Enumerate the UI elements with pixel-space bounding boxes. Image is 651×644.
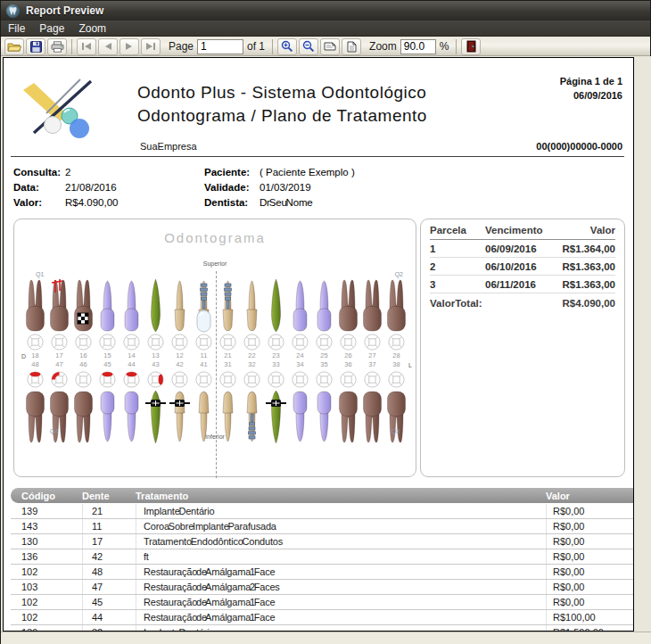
tooth-number: 24 [288, 351, 312, 359]
tooth-upper [360, 277, 384, 334]
treatment-dente: 17 [82, 534, 136, 549]
occlusal-diagram [144, 333, 168, 351]
treatment-valor: R$100,00 [546, 610, 634, 624]
preview-right-margin [635, 56, 651, 644]
occlusal-diagram [384, 333, 408, 351]
parcelas-panel: Parcela Vencimento Valor 106/09/2016R$1.… [420, 219, 625, 477]
treatment-row: 10244Restauração de Amálgama 1 FaceR$100… [11, 610, 634, 625]
treatment-valor: R$1.500,00 [546, 625, 634, 632]
total-label: ValorTotal: [430, 298, 482, 309]
treatment-dente: 11 [82, 519, 136, 533]
occlusal-diagram [95, 333, 119, 351]
occlusal-diagram [168, 370, 192, 388]
occlusal-diagram [23, 370, 47, 388]
window-title: Report Preview [26, 4, 103, 17]
treatment-codigo: 102 [11, 597, 82, 607]
treatment-codigo: 103 [11, 582, 82, 592]
treatment-codigo: 102 [11, 612, 82, 623]
tooth-number: 36 [336, 360, 360, 368]
occlusal-diagram [216, 370, 240, 388]
previous-page-button[interactable] [98, 38, 118, 55]
zoom-in-button[interactable] [277, 38, 297, 55]
tooth-number: 35 [312, 360, 336, 368]
occlusal-diagram [240, 370, 264, 388]
occlusal-diagram [264, 370, 288, 388]
page-input[interactable] [197, 39, 243, 54]
toolbar-separator [456, 39, 457, 54]
tooth-number: 13 [144, 351, 168, 359]
treatment-valor: R$0,00 [546, 595, 634, 609]
parcelas-rows: 106/09/2016R$1.364,00206/10/2016R$1.363,… [430, 240, 615, 293]
exit-button[interactable] [461, 38, 481, 55]
tooth-upper [144, 277, 168, 334]
treatment-row: 10347Restauração de Amálgama 2 FacesR$0,… [11, 580, 634, 595]
landscape-page-button[interactable] [320, 38, 340, 55]
treatment-codigo: 130 [11, 536, 82, 547]
tooth-upper [95, 277, 119, 334]
lower-numbers-row: 48474645444342413132333435363738 [23, 360, 408, 368]
tooth-number: 15 [95, 351, 119, 359]
save-button[interactable] [26, 38, 45, 55]
lower-occlusal-row [23, 370, 408, 388]
tooth-number: 16 [71, 351, 95, 359]
paciente-value: ( Paciente Exemplo ) [260, 167, 355, 178]
dente-col-header: Dente [82, 491, 136, 501]
treatments-table-header: Código Dente Tratamento Valor [11, 488, 634, 503]
tooth-number: 46 [71, 360, 95, 368]
company-name: SuaEmpresa [140, 141, 197, 152]
last-page-button[interactable] [141, 38, 161, 55]
first-page-button[interactable] [77, 38, 96, 55]
percent-label: % [440, 40, 449, 53]
tooth-upper [240, 277, 264, 334]
treatment-row: 13932Implante DentárioR$1.500,00 [11, 625, 634, 632]
printer-icon [51, 41, 64, 53]
odontograma-panel: Odontograma Superior Q1 Q2 1817161514131… [13, 219, 416, 477]
side-l-label: L [408, 362, 412, 368]
treatment-valor: R$0,00 [546, 580, 634, 594]
occlusal-diagram [312, 370, 336, 388]
tooth-number: 41 [192, 360, 216, 368]
open-button[interactable] [4, 38, 24, 55]
occlusal-diagram [71, 370, 95, 388]
tooth-upper [312, 277, 336, 334]
treatment-name: Restauração de Amálgama 1 Face [136, 610, 546, 624]
occlusal-diagram [336, 370, 360, 388]
treatment-name: Coroa Sobre Implante Parafusada [136, 519, 546, 533]
title-bar[interactable]: Report Preview [1, 1, 650, 21]
treatment-name: Implante Dentário [136, 625, 546, 632]
treatment-dente: 45 [82, 595, 136, 609]
portrait-page-button[interactable] [342, 38, 361, 55]
odontograma-title: Odontograma [14, 230, 416, 245]
zoom-out-button[interactable] [299, 38, 318, 55]
valor-label: Valor: [13, 197, 42, 208]
company-phone: 00(000)00000-0000 [536, 141, 622, 152]
tooth-number: 44 [119, 360, 144, 368]
occlusal-diagram [119, 333, 144, 351]
tooth-upper [216, 277, 240, 334]
treatment-valor: R$0,00 [546, 565, 634, 579]
tooth-upper [192, 277, 216, 334]
treatment-dente: 47 [82, 580, 136, 594]
tooth-number: 25 [312, 351, 336, 359]
tooth-upper [384, 277, 408, 334]
tooth-upper [71, 277, 95, 334]
window-bottom-strip [1, 632, 651, 644]
dentista-value: Dr Seu Nome [260, 197, 312, 208]
occlusal-diagram [192, 333, 216, 351]
open-folder-icon [7, 41, 21, 53]
treatment-codigo: 139 [11, 506, 82, 516]
zoom-input[interactable] [400, 39, 436, 54]
menu-page[interactable]: Page [32, 21, 71, 37]
upper-numbers-row: 18171615141312112122232425262728 [23, 351, 408, 359]
print-button[interactable] [47, 38, 67, 55]
menu-zoom[interactable]: Zoom [71, 21, 113, 37]
parcela-number: 1 [430, 244, 485, 254]
occlusal-diagram [192, 370, 216, 388]
validade-label: Validade: [204, 182, 250, 193]
parcela-col-header: Parcela [430, 225, 485, 235]
valor-col-header: Valor [546, 491, 634, 501]
next-page-button[interactable] [119, 38, 139, 55]
occlusal-diagram [95, 370, 119, 388]
menu-file[interactable]: File [1, 21, 32, 37]
tooth-upper [336, 277, 360, 334]
